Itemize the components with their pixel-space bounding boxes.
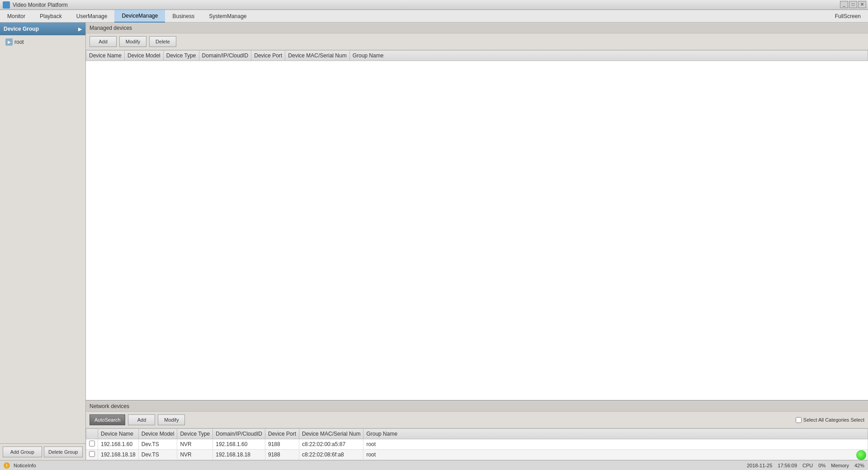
row-device-port: 9188: [265, 450, 299, 460]
managed-col-group-name: Group Name: [349, 51, 868, 61]
network-col-domain-ip: Domain/IP/CloudID: [213, 429, 265, 439]
memory-value: 42%: [854, 463, 864, 468]
row-checkbox-1[interactable]: [89, 451, 95, 457]
network-table-body: 192.168.1.60 Dev.TS NVR 192.168.1.60 918…: [86, 439, 868, 460]
network-table-header-row: Device Name Device Model Device Type Dom…: [86, 429, 868, 439]
managed-col-device-name: Device Name: [86, 51, 125, 61]
device-group-header[interactable]: Device Group ▶: [0, 23, 85, 35]
managed-delete-button[interactable]: Delete: [149, 36, 176, 47]
managed-add-button[interactable]: Add: [90, 36, 117, 47]
managed-col-domain-ip: Domain/IP/CloudID: [199, 51, 251, 61]
managed-col-mac-serial: Device MAC/Serial Num: [285, 51, 349, 61]
network-modify-button[interactable]: Modify: [158, 414, 185, 425]
network-table-row[interactable]: 192.168.18.18 Dev.TS NVR 192.168.18.18 9…: [86, 450, 868, 460]
row-device-port: 9188: [265, 439, 299, 450]
status-time: 17:56:09: [778, 463, 797, 468]
cpu-value: 0%: [818, 463, 826, 468]
green-status-indicator: [856, 450, 866, 460]
row-device-name: 192.168.18.18: [98, 450, 139, 460]
menu-systemmanage[interactable]: SystemManage: [202, 10, 254, 23]
managed-devices-header: Managed devices: [86, 23, 868, 33]
row-device-type: NVR: [177, 450, 213, 460]
status-bar: ! NoticeInfo 2018-11-25 17:56:09 CPU 0% …: [0, 460, 868, 470]
managed-col-device-type: Device Type: [163, 51, 199, 61]
select-all-checkbox[interactable]: [796, 417, 802, 423]
managed-devices-table: Device Name Device Model Device Type Dom…: [86, 50, 868, 61]
select-all-label: Select All Categories Select: [803, 417, 864, 423]
row-mac-serial: c8:22:02:08:6f:a8: [299, 450, 363, 460]
close-button[interactable]: ✕: [858, 1, 866, 8]
app-title: Video Monitor Platform: [13, 2, 68, 8]
device-group-label: Device Group: [4, 26, 39, 32]
row-checkbox-cell[interactable]: [86, 439, 98, 450]
memory-label: Memory: [831, 463, 849, 468]
window-controls[interactable]: _ □ ✕: [840, 1, 866, 8]
menu-devicemanage[interactable]: DeviceManage: [114, 10, 165, 23]
status-date: 2018-11-25: [747, 463, 772, 468]
row-checkbox-cell[interactable]: [86, 450, 98, 460]
maximize-button[interactable]: □: [849, 1, 857, 8]
network-table-container: Device Name Device Model Device Type Dom…: [86, 428, 868, 460]
row-checkbox-0[interactable]: [89, 441, 95, 446]
content-area: Managed devices Add Modify Delete Device…: [86, 23, 868, 460]
sidebar-bottom: Add Group Delete Group: [0, 443, 85, 460]
status-items: 2018-11-25 17:56:09 CPU 0% Memory 42%: [747, 463, 864, 468]
title-bar: Video Monitor Platform _ □ ✕: [0, 0, 868, 10]
menu-business[interactable]: Business: [165, 10, 202, 23]
sidebar: Device Group ▶ ▶ root Add Group Delete G…: [0, 23, 86, 460]
row-device-name: 192.168.1.60: [98, 439, 139, 450]
managed-toolbar: Add Modify Delete: [86, 33, 868, 50]
network-col-group-name: Group Name: [363, 429, 868, 439]
managed-devices-section: Managed devices Add Modify Delete Device…: [86, 23, 868, 400]
row-device-model: Dev.TS: [138, 439, 177, 450]
folder-icon: ▶: [5, 38, 13, 46]
network-devices-header: Network devices: [86, 401, 868, 412]
row-group-name: root: [363, 450, 868, 460]
expand-arrow-icon: ▶: [78, 27, 82, 32]
select-all-area: Select All Categories Select: [796, 417, 864, 423]
root-label: root: [14, 39, 24, 45]
notice-label: NoticeInfo: [14, 463, 36, 468]
row-group-name: root: [363, 439, 868, 450]
network-devices-table: Device Name Device Model Device Type Dom…: [86, 428, 868, 460]
managed-modify-button[interactable]: Modify: [119, 36, 146, 47]
sidebar-tree: ▶ root: [0, 35, 85, 443]
network-col-mac-serial: Device MAC/Serial Num: [299, 429, 363, 439]
managed-devices-title: Managed devices: [90, 25, 132, 31]
delete-group-button[interactable]: Delete Group: [44, 446, 83, 457]
network-table-row[interactable]: 192.168.1.60 Dev.TS NVR 192.168.1.60 918…: [86, 439, 868, 450]
row-domain-ip: 192.168.18.18: [213, 450, 265, 460]
network-col-device-name: Device Name: [98, 429, 139, 439]
row-mac-serial: c8:22:02:00:a5:87: [299, 439, 363, 450]
network-devices-title: Network devices: [90, 403, 129, 409]
minimize-button[interactable]: _: [840, 1, 848, 8]
menu-playback[interactable]: Playback: [33, 10, 69, 23]
managed-table-header-row: Device Name Device Model Device Type Dom…: [86, 51, 868, 61]
network-col-device-type: Device Type: [177, 429, 213, 439]
row-device-type: NVR: [177, 439, 213, 450]
managed-col-device-model: Device Model: [125, 51, 164, 61]
managed-table-container: Device Name Device Model Device Type Dom…: [86, 50, 868, 400]
app-icon: [3, 1, 10, 9]
auto-search-button[interactable]: AutoSearch: [90, 414, 125, 425]
network-col-device-model: Device Model: [138, 429, 177, 439]
main-layout: Device Group ▶ ▶ root Add Group Delete G…: [0, 23, 868, 460]
row-device-model: Dev.TS: [138, 450, 177, 460]
menu-monitor[interactable]: Monitor: [0, 10, 33, 23]
network-devices-section: Network devices AutoSearch Add Modify Se…: [86, 400, 868, 460]
cpu-label: CPU: [802, 463, 813, 468]
menu-usermanage[interactable]: UserManage: [69, 10, 115, 23]
fullscreen-button[interactable]: FullScreen: [828, 11, 868, 21]
network-add-button[interactable]: Add: [128, 414, 155, 425]
menu-bar: Monitor Playback UserManage DeviceManage…: [0, 10, 868, 23]
network-col-device-port: Device Port: [265, 429, 299, 439]
network-col-checkbox: [86, 429, 98, 439]
sidebar-item-root[interactable]: ▶ root: [0, 37, 85, 47]
row-domain-ip: 192.168.1.60: [213, 439, 265, 450]
managed-col-device-port: Device Port: [251, 51, 285, 61]
network-toolbar: AutoSearch Add Modify Select All Categor…: [86, 412, 868, 428]
add-group-button[interactable]: Add Group: [3, 446, 42, 457]
notice-icon: !: [4, 462, 10, 469]
